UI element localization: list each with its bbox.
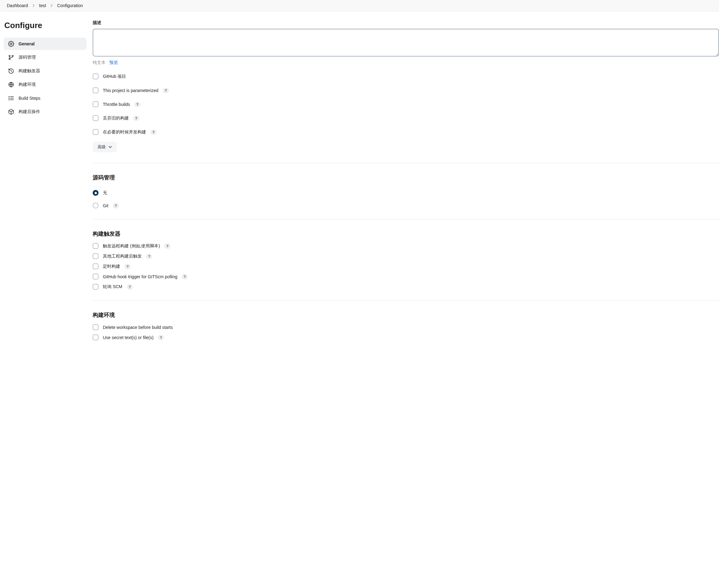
checkbox[interactable] <box>93 264 99 269</box>
help-icon[interactable]: ? <box>113 203 119 208</box>
breadcrumb-test[interactable]: test <box>39 3 46 8</box>
chevron-down-icon <box>109 146 112 148</box>
checkbox-label[interactable]: GitHub hook trigger for GITScm polling <box>103 274 177 279</box>
advanced-button-label: 高级 <box>98 144 106 150</box>
chevron-right-icon <box>50 4 53 7</box>
svg-point-9 <box>9 98 9 99</box>
checkbox-row-parameterized: This project is parameterized ? <box>93 87 719 93</box>
sidebar-nav: General 源码管理 构建触发器 构建环境 <box>4 38 86 118</box>
description-mode-row: 纯文本 预览 <box>93 60 719 65</box>
sidebar-item-post-build[interactable]: 构建后操作 <box>4 106 86 118</box>
gear-icon <box>8 41 14 47</box>
checkbox-label[interactable]: 在必要的时候并发构建 <box>103 129 146 135</box>
radio[interactable] <box>93 190 99 196</box>
sidebar-item-label: Build Steps <box>19 96 40 101</box>
svg-point-0 <box>10 43 12 45</box>
checkbox[interactable] <box>93 324 99 330</box>
description-label: 描述 <box>93 20 719 26</box>
help-icon[interactable]: ? <box>150 129 156 135</box>
checkbox[interactable] <box>93 129 99 135</box>
advanced-button[interactable]: 高级 <box>93 142 117 152</box>
plain-text-label: 纯文本 <box>93 60 106 65</box>
sidebar-item-label: 构建触发器 <box>19 68 40 74</box>
help-icon[interactable]: ? <box>146 254 152 259</box>
history-icon <box>8 68 14 74</box>
section-triggers: 构建触发器 触发远程构建 (例如,使用脚本) ? 其他工程构建后触发 ? 定时构… <box>93 219 719 290</box>
help-icon[interactable]: ? <box>133 115 139 121</box>
checkbox-label[interactable]: 其他工程构建后触发 <box>103 254 142 259</box>
git-branch-icon <box>8 54 14 61</box>
checkbox-row-discard-old: 丢弃旧的构建 ? <box>93 115 719 121</box>
help-icon[interactable]: ? <box>125 264 131 269</box>
checkbox[interactable] <box>93 334 99 340</box>
help-icon[interactable]: ? <box>182 274 188 279</box>
globe-icon <box>8 82 14 88</box>
checkbox-row-secrets: Use secret text(s) or file(s) ? <box>93 334 719 340</box>
breadcrumb: Dashboard test Configuration <box>0 0 719 12</box>
help-icon[interactable]: ? <box>164 243 170 249</box>
sidebar-item-label: General <box>19 41 35 46</box>
sidebar-item-build-env[interactable]: 构建环境 <box>4 79 86 91</box>
help-icon[interactable]: ? <box>158 335 164 340</box>
checkbox-label[interactable]: 触发远程构建 (例如,使用脚本) <box>103 243 160 249</box>
svg-point-8 <box>9 96 9 97</box>
checkbox-row-delete-ws: Delete workspace before build starts <box>93 324 719 330</box>
checkbox[interactable] <box>93 101 99 107</box>
preview-link[interactable]: 预览 <box>109 60 118 65</box>
sidebar-item-label: 构建后操作 <box>19 109 40 114</box>
list-icon <box>8 95 14 101</box>
section-title-build-env: 构建环境 <box>93 311 719 319</box>
checkbox-label[interactable]: 丢弃旧的构建 <box>103 115 129 121</box>
checkbox-row-after-other: 其他工程构建后触发 ? <box>93 253 719 259</box>
radio-label[interactable]: 无 <box>103 190 107 196</box>
breadcrumb-dashboard[interactable]: Dashboard <box>7 3 28 8</box>
page-title: Configure <box>4 21 86 38</box>
section-build-env: 构建环境 Delete workspace before build start… <box>93 300 719 340</box>
checkbox-row-schedule: 定时构建 ? <box>93 264 719 269</box>
sidebar-item-label: 源码管理 <box>19 55 36 60</box>
checkbox[interactable] <box>93 274 99 279</box>
breadcrumb-configuration[interactable]: Configuration <box>57 3 83 8</box>
checkbox[interactable] <box>93 253 99 259</box>
checkbox[interactable] <box>93 87 99 93</box>
sidebar: Configure General 源码管理 构建触发器 <box>0 12 89 353</box>
package-icon <box>8 109 14 115</box>
help-icon[interactable]: ? <box>127 284 133 290</box>
sidebar-item-general[interactable]: General <box>4 38 86 50</box>
section-title-scm: 源码管理 <box>93 174 719 181</box>
sidebar-item-triggers[interactable]: 构建触发器 <box>4 65 86 77</box>
radio-row-git: Git ? <box>93 203 719 208</box>
checkbox[interactable] <box>93 115 99 121</box>
main-content: 描述 纯文本 预览 GitHub 项目 This project is para… <box>89 12 719 353</box>
section-scm: 源码管理 无 Git ? <box>93 163 719 208</box>
svg-point-10 <box>9 100 9 100</box>
checkbox[interactable] <box>93 284 99 290</box>
checkbox-label[interactable]: Use secret text(s) or file(s) <box>103 335 153 340</box>
checkbox-label[interactable]: Throttle builds <box>103 102 130 107</box>
checkbox-label[interactable]: GitHub 项目 <box>103 74 126 79</box>
sidebar-item-scm[interactable]: 源码管理 <box>4 51 86 64</box>
chevron-right-icon <box>33 4 35 7</box>
help-icon[interactable]: ? <box>163 88 169 93</box>
radio-label[interactable]: Git <box>103 203 108 208</box>
sidebar-item-label: 构建环境 <box>19 82 36 87</box>
checkbox-row-poll-scm: 轮询 SCM ? <box>93 284 719 290</box>
checkbox-label[interactable]: This project is parameterized <box>103 88 158 93</box>
checkbox-label[interactable]: Delete workspace before build starts <box>103 325 173 330</box>
checkbox-row-github-hook: GitHub hook trigger for GITScm polling ? <box>93 274 719 279</box>
section-title-triggers: 构建触发器 <box>93 230 719 237</box>
checkbox-label[interactable]: 定时构建 <box>103 264 120 269</box>
description-textarea[interactable] <box>93 29 719 57</box>
radio[interactable] <box>93 203 99 208</box>
checkbox-row-github-project: GitHub 项目 <box>93 74 719 79</box>
checkbox-row-remote-trigger: 触发远程构建 (例如,使用脚本) ? <box>93 243 719 249</box>
radio-row-none: 无 <box>93 190 719 196</box>
checkbox-row-concurrent: 在必要的时候并发构建 ? <box>93 129 719 135</box>
checkbox[interactable] <box>93 74 99 79</box>
checkbox-label[interactable]: 轮询 SCM <box>103 284 122 290</box>
checkbox-row-throttle: Throttle builds ? <box>93 101 719 107</box>
checkbox[interactable] <box>93 243 99 249</box>
sidebar-item-build-steps[interactable]: Build Steps <box>4 92 86 104</box>
help-icon[interactable]: ? <box>134 102 141 107</box>
